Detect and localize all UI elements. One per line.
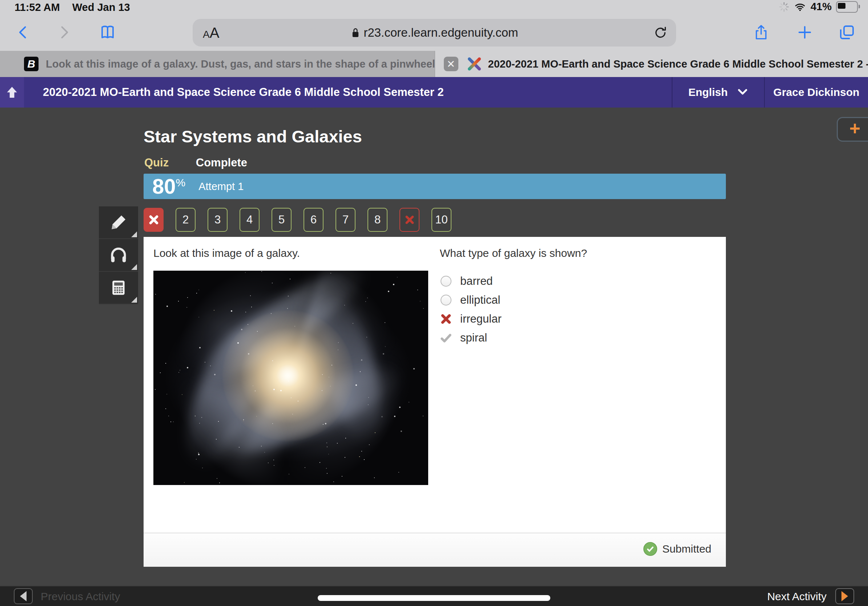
question-nav-item-6[interactable]: 6 bbox=[304, 208, 324, 232]
language-selector[interactable]: English bbox=[672, 77, 765, 108]
status-bar: 11:52 AMWed Jan 13 41% bbox=[0, 0, 868, 14]
question-nav: 2 3 4 5 6 7 8 10 bbox=[144, 208, 451, 232]
question-nav-item-10[interactable]: 10 bbox=[431, 208, 451, 232]
language-label: English bbox=[688, 86, 728, 99]
card-footer: Submitted bbox=[144, 533, 726, 567]
back-button[interactable] bbox=[13, 21, 33, 43]
activity-status-label: Complete bbox=[196, 156, 247, 169]
question-nav-item-2[interactable]: 2 bbox=[175, 208, 195, 232]
home-indicator[interactable] bbox=[318, 595, 550, 601]
question-nav-item-3[interactable]: 3 bbox=[208, 208, 228, 232]
previous-activity-button[interactable] bbox=[14, 588, 33, 604]
correct-check-icon bbox=[440, 332, 452, 344]
next-activity-button[interactable] bbox=[835, 588, 854, 604]
user-menu[interactable]: Grace Dickinson bbox=[765, 77, 868, 108]
question-prompt: What type of galaxy is shown? bbox=[440, 247, 587, 260]
clock: 11:52 AM bbox=[14, 2, 60, 13]
wifi-icon bbox=[794, 2, 806, 12]
calculator-icon bbox=[109, 279, 127, 297]
score-percent: 80 bbox=[152, 176, 176, 197]
tab-edgenuity[interactable]: ✕ 2020-2021 MO-Earth and Space Science G… bbox=[435, 51, 868, 77]
reload-button[interactable] bbox=[653, 24, 668, 42]
score-bar: 80 % Attempt 1 bbox=[144, 174, 726, 199]
lesson-content: Star Systems and Galaxies Quiz Complete … bbox=[0, 108, 868, 586]
chevron-down-icon bbox=[737, 88, 748, 97]
question-nav-item-1-incorrect[interactable] bbox=[144, 208, 164, 232]
ipad-screen: 11:52 AMWed Jan 13 41% bbox=[0, 0, 868, 606]
tab-title: 2020-2021 MO-Earth and Space Science Gra… bbox=[488, 58, 868, 70]
safari-toolbar: AA r23.core.learn.edgenuity.com bbox=[0, 14, 868, 51]
option-spiral-correct[interactable]: spiral bbox=[440, 328, 502, 347]
edgenuity-favicon bbox=[467, 56, 482, 72]
percent-sign: % bbox=[176, 176, 186, 189]
option-barred[interactable]: barred bbox=[440, 272, 502, 291]
activity-title: Star Systems and Galaxies bbox=[144, 127, 362, 147]
headphones-icon bbox=[108, 245, 128, 265]
activity-type-label: Quiz bbox=[144, 156, 169, 169]
tabs-overview-button[interactable] bbox=[837, 21, 857, 43]
url-text: r23.core.learn.edgenuity.com bbox=[364, 26, 518, 40]
new-tab-button[interactable] bbox=[795, 21, 815, 43]
audio-tool-button[interactable] bbox=[99, 239, 138, 272]
course-title: 2020-2021 MO-Earth and Space Science Gra… bbox=[43, 86, 444, 99]
answer-options: barred elliptical irregular spiral bbox=[440, 272, 502, 347]
lock-icon bbox=[351, 26, 360, 39]
galaxy-image bbox=[153, 271, 428, 485]
radio-icon[interactable] bbox=[440, 294, 452, 306]
date: Wed Jan 13 bbox=[72, 2, 130, 13]
tab-brainly[interactable]: B Look at this image of a galaxy. Dust, … bbox=[0, 51, 435, 77]
submission-status: Submitted bbox=[643, 542, 711, 556]
question-card: Look at this image of a galaxy. What typ… bbox=[144, 237, 726, 567]
url-bar[interactable]: AA r23.core.learn.edgenuity.com bbox=[193, 19, 676, 46]
option-elliptical[interactable]: elliptical bbox=[440, 291, 502, 309]
tool-rail bbox=[99, 206, 138, 305]
tab-title: Look at this image of a galaxy. Dust, ga… bbox=[46, 58, 435, 70]
forward-button[interactable] bbox=[54, 21, 74, 43]
battery-icon bbox=[836, 1, 858, 13]
question-nav-item-5[interactable]: 5 bbox=[271, 208, 291, 232]
question-nav-item-9-incorrect[interactable] bbox=[400, 208, 420, 232]
previous-activity-label: Previous Activity bbox=[41, 591, 120, 603]
radio-icon[interactable] bbox=[440, 275, 452, 288]
next-activity-label: Next Activity bbox=[767, 591, 826, 603]
share-button[interactable] bbox=[751, 21, 771, 43]
sidebar-book-button[interactable] bbox=[98, 21, 118, 43]
next-arrow-icon bbox=[842, 591, 848, 601]
question-nav-item-7[interactable]: 7 bbox=[335, 208, 355, 232]
attempt-label: Attempt 1 bbox=[198, 181, 243, 193]
add-note-button[interactable]: + bbox=[837, 117, 868, 142]
lms-header: 2020-2021 MO-Earth and Space Science Gra… bbox=[0, 77, 868, 108]
tab-strip: B Look at this image of a galaxy. Dust, … bbox=[0, 51, 868, 77]
question-nav-item-4[interactable]: 4 bbox=[240, 208, 259, 232]
calculator-tool-button[interactable] bbox=[99, 272, 138, 305]
close-tab-icon[interactable]: ✕ bbox=[444, 57, 458, 71]
home-button[interactable] bbox=[0, 77, 24, 108]
loading-spinner-icon bbox=[778, 2, 789, 12]
incorrect-x-icon bbox=[440, 313, 452, 325]
submitted-check-icon bbox=[643, 542, 657, 556]
brainly-favicon: B bbox=[24, 57, 39, 71]
user-name: Grace Dickinson bbox=[773, 86, 860, 99]
battery-percent: 41% bbox=[811, 1, 832, 13]
question-image-prompt: Look at this image of a galaxy. bbox=[153, 247, 300, 260]
question-nav-item-8[interactable]: 8 bbox=[367, 208, 388, 232]
option-irregular-incorrect[interactable]: irregular bbox=[440, 309, 502, 328]
highlighter-tool-button[interactable] bbox=[99, 206, 138, 239]
previous-arrow-icon bbox=[20, 591, 26, 601]
pencil-icon bbox=[109, 213, 128, 232]
